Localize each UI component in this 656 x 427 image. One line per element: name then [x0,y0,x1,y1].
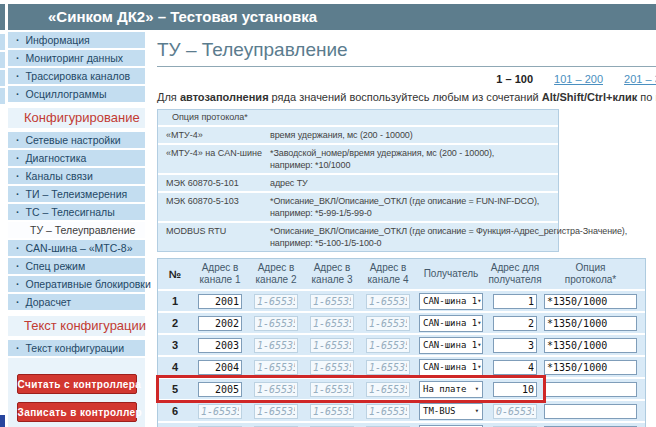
protocol-row-mtu4: «МТУ-4» время удержания, мс (200 - 10000… [158,127,558,143]
sidebar-item-tu-telecontrol-active[interactable]: ТУ – Телеуправление [8,222,145,238]
protocol-name: МЭК 60870-5-103 [166,195,270,219]
receiver-select[interactable]: TM-BUS [419,403,483,420]
header-line: Получатель [424,268,479,280]
column-header-channel3: Адрес вканале 3 [304,262,360,286]
receiver-addr-input[interactable] [493,360,537,375]
instruction-bold: автозаполнения [180,91,269,103]
sidebar-item-information[interactable]: Информация [8,32,145,48]
column-header-channel4: Адрес вканале 4 [360,262,416,286]
row-number: 2 [158,317,192,329]
row-number: 6 [158,405,192,417]
sidebar-item-label: Спец режим [26,258,86,274]
read-from-controller-button[interactable]: Считать с контроллера [17,374,137,394]
sidebar-item-label: Текст конфигурации [26,340,125,356]
sidebar-section-configuration: Конфигурирование [8,108,145,128]
sidebar-item-label: Сетевые настройки [26,132,121,148]
sidebar-item-label: Трассировка каналов [26,68,131,84]
protocol-row-modbus: MODBUS RTU *Описание_ВКЛ/Описание_ОТКЛ (… [158,223,558,251]
channel1-input[interactable] [198,360,242,375]
channel2-input [254,338,298,353]
channel3-input [310,294,354,309]
header-line: Опция [544,262,637,274]
bullet-icon [16,276,20,292]
table-row-4: 4 CAN-шина 1 [158,357,645,377]
protocol-option-input[interactable] [544,338,637,353]
column-header-receiver-addr: Адрес дляполучателя [486,262,544,286]
sidebar-item-config-text[interactable]: Текст конфигурации [8,340,145,356]
protocol-row-iec101: МЭК 60870-5-101 адрес ТУ [158,175,558,191]
channel3-input [310,404,354,419]
write-to-controller-button[interactable]: Записать в контроллер [17,402,137,422]
protocol-description: *Заводской_номер/время удержания, мс (20… [270,147,550,171]
protocol-table-header: Опция протокола* [158,110,558,125]
header-line: протокола* [544,274,637,286]
receiver-addr-input[interactable] [493,316,537,331]
receiver-select[interactable]: CAN-шина 1 [419,359,483,376]
pagination-link-201-300[interactable]: 201 – 300 [624,73,656,85]
receiver-addr-input[interactable] [493,338,537,353]
sidebar-item-ts-telesignals[interactable]: ТС – Телесигналы [8,204,145,220]
channel1-input[interactable] [198,382,242,397]
bullet-icon [16,204,20,220]
instruction-text: Для [157,91,180,103]
sidebar-item-oscillograms[interactable]: Осциллограммы [8,86,145,102]
sidebar-item-operational-locks[interactable]: Оперативные блокировки [8,276,145,292]
sidebar-item-special-mode[interactable]: Спец режим [8,258,145,274]
header-line: Адрес в [314,262,351,274]
instruction-text: ряда значений воспользуйтесь любым из со… [269,91,542,103]
receiver-select[interactable]: CAN-шина 1 [419,337,483,354]
sidebar-item-label: Диагностика [26,150,87,166]
receiver-select[interactable]: CAN-шина 1 [419,293,483,310]
protocol-description: *Описание_ВКЛ/Описание_ОТКЛ (где описани… [270,195,550,219]
protocol-description: адрес ТУ [270,177,550,189]
chevron-down-icon [477,297,481,305]
channel1-input[interactable] [198,294,242,309]
protocol-name: «МТУ-4» [166,129,270,141]
sidebar-item-recalculation[interactable]: Дорасчет [8,294,145,310]
sidebar-item-label: Дорасчет [26,294,72,310]
protocol-option-input[interactable] [544,360,637,375]
receiver-select[interactable]: На плате [419,381,483,398]
channel1-input[interactable] [198,316,242,331]
protocol-desc-line: *Описание_ВКЛ/Описание_ОТКЛ (где описани… [270,195,550,207]
sidebar-item-label: ТС – Телесигналы [26,204,115,220]
channel4-input [366,404,410,419]
sidebar-item-data-monitoring[interactable]: Мониторинг данных [8,50,145,66]
table-header-row: № Адрес вканале 1 Адрес вканале 2 Адрес … [158,259,645,289]
bullet-icon [16,132,20,148]
bullet-icon [16,32,20,48]
sidebar-item-label: ТУ – Телеуправление [30,222,135,238]
protocol-desc-line: *Описание_ВКЛ/Описание_ОТКЛ (где описани… [270,225,627,237]
protocol-desc-line: например: *5-100-1/5-100-0 [270,237,627,249]
pagination-link-101-200[interactable]: 101 – 200 [554,73,603,85]
row-number: 1 [158,295,192,307]
autofill-instruction: Для автозаполнения ряда значений восполь… [157,91,656,103]
channel4-input [366,316,410,331]
protocol-description: время удержания, мс (200 - 10000) [270,129,550,141]
channel2-input [254,360,298,375]
protocol-option-input[interactable] [544,382,637,397]
receiver-addr-input[interactable] [493,382,537,397]
sidebar-item-can-bus-mts8[interactable]: CAN-шина – «МТС-8» [8,240,145,256]
sidebar-item-network-settings[interactable]: Сетевые настройки [8,132,145,148]
bullet-icon [16,150,20,166]
row-number: 5 [158,383,192,395]
protocol-option-input[interactable] [544,294,637,309]
receiver-select-value: CAN-шина 1 [423,362,477,372]
bullet-icon [16,68,20,84]
header-line: № [169,268,181,280]
receiver-select[interactable]: CAN-шина 1 [419,315,483,332]
sidebar-item-diagnostics[interactable]: Диагностика [8,150,145,166]
row-number: 4 [158,361,192,373]
protocol-option-input[interactable] [544,404,637,419]
sidebar: Информация Мониторинг данных Трассировка… [8,32,145,427]
channel1-input[interactable] [198,338,242,353]
sidebar-item-channel-tracing[interactable]: Трассировка каналов [8,68,145,84]
pagination: 1 – 100 101 – 200 201 – 300 [157,73,656,85]
protocol-option-input[interactable] [544,316,637,331]
sidebar-item-comm-channels[interactable]: Каналы связи [8,168,145,184]
column-header-channel2: Адрес вканале 2 [248,262,304,286]
sidebar-item-ti-telemetry[interactable]: ТИ – Телеизмерения [8,186,145,202]
receiver-addr-input[interactable] [493,294,537,309]
pagination-current: 1 – 100 [496,73,533,85]
